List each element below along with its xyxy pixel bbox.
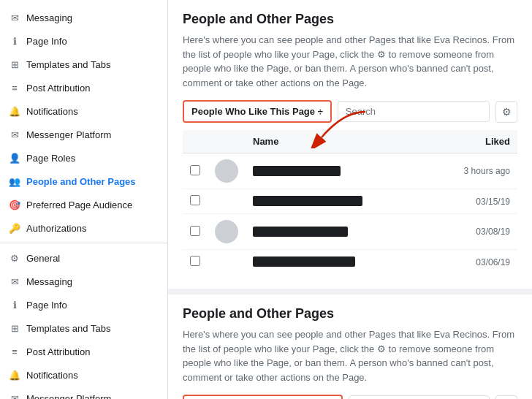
table-row: 03/08/19 — [183, 214, 517, 250]
grid2-icon: ⊞ — [9, 322, 20, 334]
table-row: 3 hours ago — [183, 153, 517, 189]
settings-follow-button[interactable]: ⚙ — [495, 395, 517, 400]
sidebar-item-post-attribution-1[interactable]: ≡ Post Attribution — [0, 76, 167, 99]
section1-title: People and Other Pages — [183, 12, 517, 27]
date-cell: 3 hours ago — [428, 153, 517, 189]
table-row: 03/06/19 — [183, 250, 517, 275]
search-follow-input[interactable] — [349, 395, 490, 399]
redacted-name — [253, 256, 355, 267]
messenger2-icon: ✉ — [9, 392, 20, 399]
key-icon: 🔑 — [9, 222, 20, 234]
info-icon: ℹ — [9, 35, 20, 47]
date-cell: 03/06/19 — [428, 250, 517, 275]
filter-follow-dropdown[interactable]: People Who Follow This Page ÷ — [183, 395, 343, 399]
people-icon: 👥 — [9, 175, 20, 187]
th-avatar-1 — [208, 130, 246, 153]
info2-icon: ℹ — [9, 299, 20, 311]
sidebar-item-templates-2[interactable]: ⊞ Templates and Tabs — [0, 316, 167, 340]
filter-like-dropdown[interactable]: People Who Like This Page ÷ — [183, 100, 332, 123]
row4-checkbox[interactable] — [190, 256, 200, 266]
sidebar-item-preferred-audience[interactable]: 🎯 Preferred Page Audience — [0, 193, 167, 216]
settings-like-button[interactable]: ⚙ — [495, 101, 517, 123]
sidebar-item-page-roles-1[interactable]: 👤 Page Roles — [0, 146, 167, 170]
section2-description: Here's where you can see people and othe… — [183, 327, 517, 384]
row1-checkbox[interactable] — [190, 165, 200, 175]
sidebar-item-messaging-1[interactable]: ✉ Messaging — [0, 6, 167, 29]
th-name-1: Name — [246, 130, 428, 153]
sidebar-item-authorizations[interactable]: 🔑 Authorizations — [0, 216, 167, 240]
sidebar-item-page-info-1[interactable]: ℹ Page Info — [0, 29, 167, 53]
sidebar-item-general[interactable]: ⚙ General — [0, 246, 167, 270]
th-checkbox-1 — [183, 130, 208, 153]
like-table: Name Liked 3 hours ago 03/15/19 — [183, 130, 517, 274]
section-people-follow: People and Other Pages Here's where you … — [168, 294, 532, 399]
redacted-name — [253, 166, 341, 176]
bell2-icon: 🔔 — [9, 369, 20, 381]
sidebar-item-messaging-2[interactable]: ✉ Messaging — [0, 270, 167, 293]
gear-icon: ⚙ — [9, 252, 20, 264]
row2-checkbox[interactable] — [190, 195, 200, 205]
sidebar-item-post-attribution-2[interactable]: ≡ Post Attribution — [0, 340, 167, 363]
user-icon: 👤 — [9, 152, 20, 164]
section1-description: Here's where you can see people and othe… — [183, 33, 517, 90]
section-people-like: People and Other Pages Here's where you … — [168, 0, 532, 289]
th-liked: Liked — [428, 130, 517, 153]
avatar — [215, 159, 238, 183]
sidebar-item-messenger-1[interactable]: ✉ Messenger Platform — [0, 123, 167, 146]
section2-table-controls: People Who Follow This Page ÷ ⚙ — [183, 395, 517, 399]
messaging2-icon: ✉ — [9, 276, 20, 287]
sidebar-item-page-info-2[interactable]: ℹ Page Info — [0, 293, 167, 316]
redacted-name — [253, 196, 362, 206]
messenger-icon: ✉ — [9, 129, 20, 140]
sidebar-item-messenger-2[interactable]: ✉ Messenger Platform — [0, 387, 167, 399]
messaging-icon: ✉ — [9, 12, 20, 23]
row3-checkbox[interactable] — [190, 226, 200, 236]
main-content: People and Other Pages Here's where you … — [168, 0, 532, 399]
list-icon: ≡ — [9, 82, 20, 94]
sidebar-item-templates-1[interactable]: ⊞ Templates and Tabs — [0, 53, 167, 76]
table-row: 03/15/19 — [183, 189, 517, 214]
sidebar-item-notifications-1[interactable]: 🔔 Notifications — [0, 99, 167, 123]
date-cell: 03/15/19 — [428, 189, 517, 214]
section1-table-controls: People Who Like This Page ÷ ⚙ — [183, 100, 517, 123]
search-like-input[interactable] — [338, 101, 490, 122]
sidebar: ✉ Messaging ℹ Page Info ⊞ Templates and … — [0, 0, 168, 399]
settings-like-icon: ⚙ — [502, 106, 512, 118]
section2-title: People and Other Pages — [183, 306, 517, 322]
list2-icon: ≡ — [9, 346, 20, 357]
target-icon: 🎯 — [9, 199, 20, 210]
bell-icon: 🔔 — [9, 105, 20, 117]
grid-icon: ⊞ — [9, 58, 20, 70]
date-cell: 03/08/19 — [428, 214, 517, 250]
sidebar-item-people-pages-1[interactable]: 👥 People and Other Pages — [0, 170, 167, 193]
sidebar-item-notifications-2[interactable]: 🔔 Notifications — [0, 363, 167, 387]
avatar — [215, 220, 238, 243]
redacted-name — [253, 227, 348, 237]
